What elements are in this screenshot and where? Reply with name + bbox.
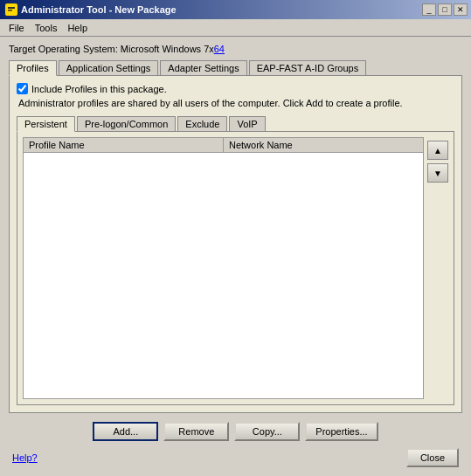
menu-item-file[interactable]: File xyxy=(3,22,30,34)
minimize-button[interactable]: _ xyxy=(422,3,436,16)
tab-eap-fast[interactable]: EAP-FAST A-ID Groups xyxy=(249,60,367,76)
menu-bar: FileToolsHelp xyxy=(0,19,471,37)
properties-button[interactable]: Properties... xyxy=(305,422,377,441)
col-network-name: Network Name xyxy=(224,138,423,152)
app-icon xyxy=(5,3,17,16)
profiles-info-text: Administrator profiles are shared by all… xyxy=(17,98,454,108)
svg-rect-2 xyxy=(8,10,12,11)
include-profiles-row: Include Profiles in this package. xyxy=(17,83,454,94)
move-down-button[interactable]: ▼ xyxy=(427,163,448,183)
side-buttons: ▲ ▼ xyxy=(427,137,448,399)
title-bar: Administrator Tool - New Package _ □ ✕ xyxy=(0,0,471,19)
col-profile-name: Profile Name xyxy=(24,138,224,152)
window-controls: _ □ ✕ xyxy=(422,3,468,16)
menu-item-tools[interactable]: Tools xyxy=(30,22,63,34)
help-link[interactable]: Help? xyxy=(12,452,38,463)
tab-profiles[interactable]: Profiles xyxy=(9,60,57,76)
include-profiles-label: Include Profiles in this package. xyxy=(31,84,167,94)
include-profiles-checkbox[interactable] xyxy=(17,83,28,94)
remove-button[interactable]: Remove xyxy=(163,422,229,441)
move-up-button[interactable]: ▲ xyxy=(427,141,448,160)
target-os-label: Target Operating System: Microsoft Windo… xyxy=(9,44,214,54)
main-panel: Include Profiles in this package. Admini… xyxy=(9,75,462,413)
tab-voip[interactable]: VoIP xyxy=(229,116,265,132)
footer: Help? Close xyxy=(9,448,462,467)
outer-tab-strip: Profiles Application Settings Adapter Se… xyxy=(9,59,462,75)
inner-tab-strip: Persistent Pre-logon/Common Exclude VoIP xyxy=(17,115,454,131)
profile-table-wrapper: Profile Name Network Name xyxy=(23,137,424,399)
window-content: Target Operating System: Microsoft Windo… xyxy=(0,37,471,476)
target-os-row: Target Operating System: Microsoft Windo… xyxy=(9,44,462,54)
tab-application-settings[interactable]: Application Settings xyxy=(59,60,159,76)
menu-item-help[interactable]: Help xyxy=(62,22,93,34)
table-rows-area[interactable] xyxy=(23,153,424,399)
maximize-button[interactable]: □ xyxy=(438,3,452,16)
window-close-button[interactable]: ✕ xyxy=(454,3,468,16)
add-button[interactable]: Add... xyxy=(93,422,158,441)
table-header: Profile Name Network Name xyxy=(23,137,424,153)
target-os-link[interactable]: 64 xyxy=(214,44,225,54)
close-button[interactable]: Close xyxy=(406,448,459,467)
copy-button[interactable]: Copy... xyxy=(234,422,300,441)
inner-panel: Profile Name Network Name ▲ ▼ xyxy=(17,131,454,405)
svg-rect-1 xyxy=(8,7,15,9)
tab-exclude[interactable]: Exclude xyxy=(177,116,227,132)
tab-adapter-settings[interactable]: Adapter Settings xyxy=(160,60,246,76)
tab-persistent[interactable]: Persistent xyxy=(17,116,75,132)
window-title: Administrator Tool - New Package xyxy=(21,4,177,15)
tab-prelogon[interactable]: Pre-logon/Common xyxy=(77,116,176,132)
bottom-action-buttons: Add... Remove Copy... Properties... xyxy=(9,422,462,441)
